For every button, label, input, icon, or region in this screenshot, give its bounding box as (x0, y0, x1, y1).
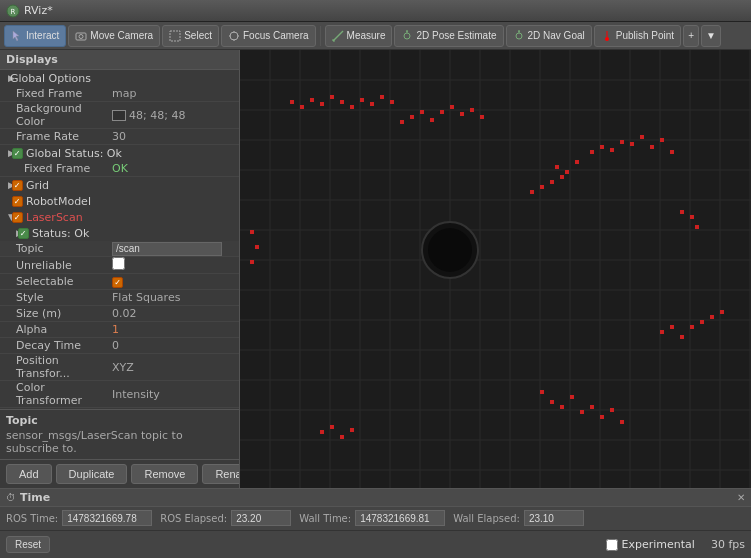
grid-item[interactable]: ▶ ✓ Grid (0, 177, 239, 193)
laser-check[interactable]: ✓ (10, 210, 24, 224)
window-title: RViz* (24, 4, 53, 17)
svg-rect-96 (320, 102, 324, 106)
selectable-check[interactable]: ✓ (112, 277, 123, 288)
unreliable-checkbox[interactable] (112, 257, 125, 270)
cursor-icon (11, 30, 23, 42)
svg-rect-72 (690, 215, 694, 219)
svg-rect-99 (350, 105, 354, 109)
svg-rect-116 (480, 115, 484, 119)
add-button[interactable]: Add (6, 464, 52, 484)
svg-rect-55 (590, 150, 594, 154)
svg-rect-4 (170, 31, 180, 41)
global-status-check: ✓ (10, 146, 24, 160)
topic-input[interactable] (112, 242, 222, 256)
laser-status-item[interactable]: ▶ ✓ Status: Ok (0, 225, 239, 241)
unreliable-row: Unreliable (0, 257, 239, 274)
svg-point-19 (605, 37, 609, 41)
bottom-bar: Reset Experimental 30 fps (0, 530, 751, 558)
svg-rect-69 (550, 180, 554, 184)
rviz-icon: R (6, 4, 20, 18)
remove-button[interactable]: Remove (131, 464, 198, 484)
plus-button[interactable]: + (683, 25, 699, 47)
main-area: Displays ▶ Global Options Fixed Frame ma… (0, 50, 751, 488)
rename-button[interactable]: Rename (202, 464, 240, 484)
svg-rect-115 (470, 108, 474, 112)
global-options-item[interactable]: ▶ Global Options (0, 70, 239, 86)
publish-point-button[interactable]: Publish Point (594, 25, 681, 47)
action-buttons: Add Duplicate Remove Rename (0, 459, 239, 488)
laser-status-arrow[interactable]: ▶ (0, 228, 16, 238)
svg-rect-56 (600, 145, 604, 149)
fixed-frame-row: Fixed Frame map (0, 86, 239, 102)
svg-rect-88 (610, 408, 614, 412)
global-status-arrow[interactable]: ▶ (0, 148, 10, 158)
time-close-button[interactable]: ✕ (737, 492, 745, 503)
global-options-arrow[interactable]: ▶ (0, 73, 10, 83)
svg-rect-94 (300, 105, 304, 109)
svg-rect-66 (555, 165, 559, 169)
svg-rect-101 (370, 102, 374, 106)
svg-rect-90 (250, 230, 254, 234)
robot-model-item[interactable]: ✓ RobotModel (0, 193, 239, 209)
svg-rect-91 (255, 245, 259, 249)
move-camera-button[interactable]: Move Camera (68, 25, 160, 47)
svg-rect-83 (560, 405, 564, 409)
svg-rect-82 (550, 400, 554, 404)
2d-nav-button[interactable]: 2D Nav Goal (506, 25, 592, 47)
svg-rect-106 (340, 435, 344, 439)
svg-rect-103 (390, 100, 394, 104)
svg-point-13 (404, 33, 410, 39)
svg-rect-85 (580, 410, 584, 414)
svg-rect-97 (330, 95, 334, 99)
svg-rect-73 (695, 225, 699, 229)
3d-viewport[interactable] (240, 50, 751, 488)
time-fields: ROS Time: ROS Elapsed: Wall Time: Wall E… (0, 507, 751, 529)
status-bar: ⏱ Time ✕ ROS Time: ROS Elapsed: Wall Tim… (0, 488, 751, 530)
svg-rect-65 (565, 170, 569, 174)
grid-arrow[interactable]: ▶ (0, 180, 10, 190)
laser-scan-item[interactable]: ▼ ✓ LaserScan (0, 209, 239, 225)
grid-check[interactable]: ✓ (10, 178, 24, 192)
svg-rect-112 (410, 115, 414, 119)
wall-time-input[interactable] (355, 510, 445, 526)
global-status-item[interactable]: ▶ ✓ Global Status: Ok (0, 145, 239, 161)
focus-camera-button[interactable]: Focus Camera (221, 25, 316, 47)
fps-display: 30 fps (711, 538, 745, 551)
laser-scan-arrow[interactable]: ▼ (0, 212, 10, 222)
ros-time-input[interactable] (62, 510, 152, 526)
wall-elapsed-input[interactable] (524, 510, 584, 526)
svg-rect-71 (680, 210, 684, 214)
svg-rect-105 (330, 425, 334, 429)
displays-tree[interactable]: ▶ Global Options Fixed Frame map Backgro… (0, 70, 239, 409)
experimental-label: Experimental (622, 538, 695, 551)
interact-button[interactable]: Interact (4, 25, 66, 47)
svg-marker-18 (518, 30, 520, 32)
svg-text:R: R (11, 8, 16, 16)
svg-rect-114 (430, 118, 434, 122)
select-button[interactable]: Select (162, 25, 219, 47)
svg-rect-74 (660, 330, 664, 334)
camera-icon (75, 30, 87, 42)
svg-rect-84 (570, 395, 574, 399)
measure-button[interactable]: Measure (325, 25, 393, 47)
2d-pose-button[interactable]: 2D Pose Estimate (394, 25, 503, 47)
robot-check[interactable]: ✓ (10, 194, 24, 208)
duplicate-button[interactable]: Duplicate (56, 464, 128, 484)
svg-rect-89 (620, 420, 624, 424)
ros-elapsed-input[interactable] (231, 510, 291, 526)
experimental-group: Experimental (606, 538, 695, 551)
reset-button[interactable]: Reset (6, 536, 50, 553)
bg-color-swatch[interactable] (112, 110, 126, 121)
menu-button[interactable]: ▼ (701, 25, 721, 47)
frame-rate-row: Frame Rate 30 (0, 129, 239, 145)
topic-info-title: Topic (6, 414, 233, 427)
svg-point-54 (428, 228, 472, 272)
color-transform-row: Color Transformer Intensity (0, 381, 239, 408)
style-row: Style Flat Squares (0, 290, 239, 306)
svg-rect-102 (380, 95, 384, 99)
gs-fixed-frame-row: Fixed Frame OK (0, 161, 239, 177)
measure-icon (332, 30, 344, 42)
experimental-checkbox[interactable] (606, 539, 618, 551)
svg-rect-59 (630, 142, 634, 146)
svg-rect-77 (690, 325, 694, 329)
